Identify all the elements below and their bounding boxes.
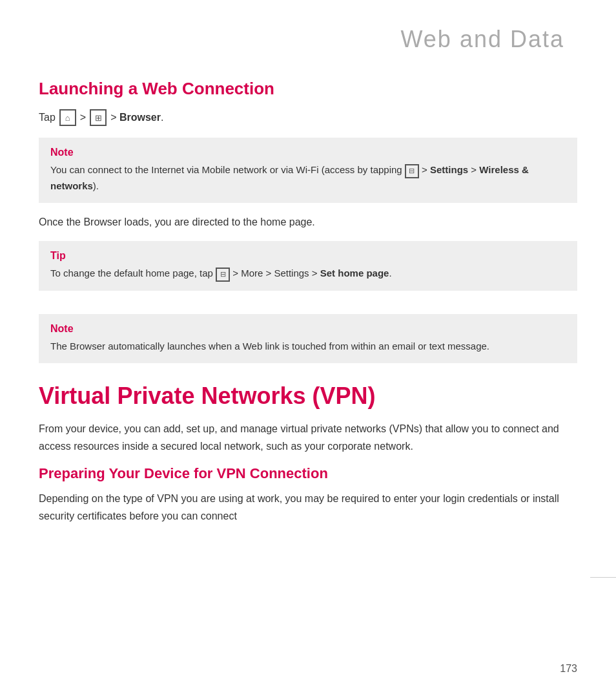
section3-body: Depending on the type of VPN you are usi… (39, 490, 577, 525)
tap-suffix: > Browser. (110, 112, 163, 123)
note-label-2: Note (50, 323, 566, 335)
note-box-1: Note You can connect to the Internet via… (39, 138, 577, 203)
note-text-1: You can connect to the Internet via Mobi… (50, 162, 566, 194)
home-icon: ⌂ (59, 109, 76, 126)
page-container: Web and Data Launching a Web Connection … (0, 0, 616, 574)
tip-text-before: To change the default home page, tap (50, 268, 216, 279)
page-header: Web and Data (39, 26, 577, 53)
section1-title: Launching a Web Connection (39, 79, 577, 99)
section2-body: From your device, you can add, set up, a… (39, 420, 577, 455)
tap-label: Tap (39, 112, 56, 123)
tap-instruction: Tap ⌂ > ⊞ > Browser. (39, 109, 577, 126)
arrow1: > (80, 112, 86, 123)
tip-text: To change the default home page, tap ⊟ >… (50, 266, 566, 282)
tip-text-after: > More > Settings > Set home page. (232, 268, 391, 279)
page-divider (590, 577, 616, 578)
note-label-1: Note (50, 147, 566, 158)
grid-icon: ⊞ (90, 109, 107, 126)
note-text-2: The Browser automatically launches when … (50, 339, 566, 354)
note-box-2: Note The Browser automatically launches … (39, 314, 577, 363)
tip-box: Tip To change the default home page, tap… (39, 241, 577, 291)
page-title: Web and Data (39, 26, 564, 53)
section2-title: Virtual Private Networks (VPN) (39, 383, 577, 410)
tip-icon: ⊟ (216, 268, 230, 282)
body-text-1: Once the Browser loads, you are directed… (39, 213, 577, 231)
section3-title: Preparing Your Device for VPN Connection (39, 465, 577, 482)
page-number: 173 (560, 663, 577, 675)
note1-text-before: You can connect to the Internet via Mobi… (50, 164, 405, 175)
tip-label: Tip (50, 250, 566, 262)
note1-icon: ⊟ (405, 164, 419, 178)
